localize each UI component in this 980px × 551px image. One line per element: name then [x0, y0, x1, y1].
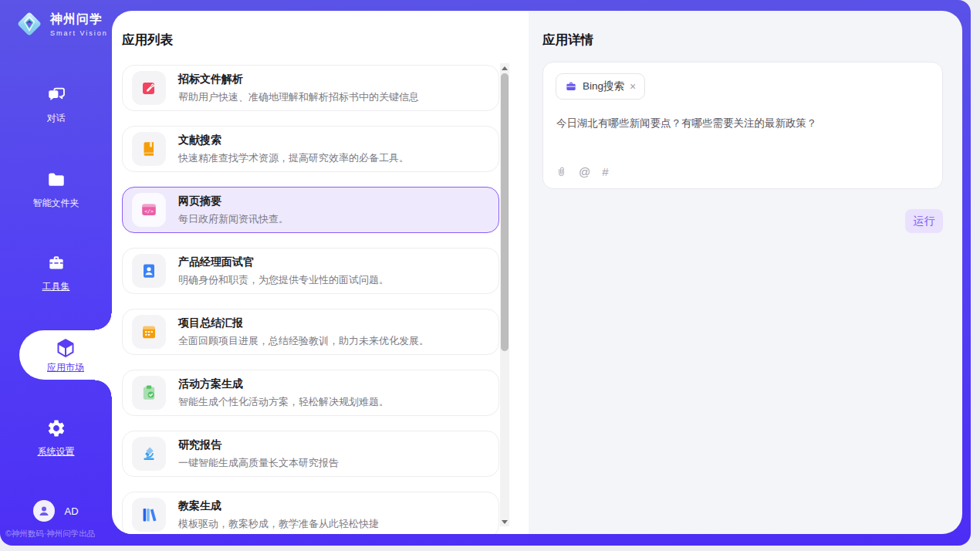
cube-icon	[54, 336, 77, 360]
app-card-title: 产品经理面试官	[178, 255, 389, 269]
app-card-desc: 全面回顾项目进展，总结经验教训，助力未来优化发展。	[178, 334, 429, 348]
scroll-up-icon[interactable]	[500, 63, 509, 73]
app-card[interactable]: 研究报告一键智能生成高质量长文本研究报告	[122, 431, 499, 477]
app-list: 招标文件解析帮助用户快速、准确地理解和解析招标书中的关键信息文献搜索快速精准查找…	[122, 63, 499, 534]
books-icon	[140, 505, 158, 524]
app-card-title: 研究报告	[178, 438, 339, 452]
app-card-desc: 智能生成个性化活动方案，轻松解决规划难题。	[178, 395, 389, 409]
app-icon-tile	[132, 376, 166, 410]
sidebar-item[interactable]: 智能文件夹	[0, 170, 112, 210]
app-card[interactable]: 教案生成模板驱动，教案秒成，教学准备从此轻松快捷	[122, 492, 499, 534]
app-card[interactable]: 产品经理面试官明确身份和职责，为您提供专业性的面试问题。	[122, 248, 499, 294]
app-card-desc: 帮助用户快速、准确地理解和解析招标书中的关键信息	[178, 90, 419, 104]
app-icon-tile: </>	[132, 193, 166, 227]
app-card-desc: 一键智能生成高质量长文本研究报告	[178, 456, 339, 470]
scroll-down-icon[interactable]	[500, 517, 509, 526]
query-text[interactable]: 今日湖北有哪些新闻要点？有哪些需要关注的最新政策？	[556, 117, 930, 130]
app-card-desc: 模板驱动，教案秒成，教学准备从此轻松快捷	[178, 517, 379, 531]
app-icon-tile	[132, 254, 166, 288]
app-window: 神州问学 Smart Vision 对话智能文件夹工具集应用市场系统设置 AD …	[0, 0, 971, 546]
sidebar: 神州问学 Smart Vision 对话智能文件夹工具集应用市场系统设置 AD …	[0, 0, 112, 546]
app-card-desc: 每日政府新闻资讯快查。	[178, 212, 289, 226]
clipboard-check-icon	[140, 384, 158, 402]
briefcase-icon	[565, 80, 577, 93]
svg-text:</>: </>	[144, 208, 154, 215]
query-card: Bing搜索 × 今日湖北有哪些新闻要点？有哪些需要关注的最新政策？ @ #	[542, 62, 943, 189]
user-icon	[37, 504, 51, 518]
folder-icon	[46, 170, 66, 190]
app-card-title: 教案生成	[178, 499, 379, 513]
book-icon	[140, 140, 158, 158]
app-card[interactable]: 项目总结汇报全面回顾项目进展，总结经验教训，助力未来优化发展。	[122, 309, 499, 355]
sidebar-item-label: 应用市场	[47, 361, 84, 374]
sidebar-item-label: 智能文件夹	[0, 197, 112, 210]
browser-code-icon: </>	[140, 201, 158, 219]
app-card-title: 文献搜索	[178, 134, 409, 147]
sidebar-footer: ©神州数码·神州问学出品	[5, 529, 113, 539]
at-icon[interactable]: @	[579, 165, 590, 178]
chat-icon	[46, 85, 66, 105]
brand-logo: 神州问学 Smart Vision	[15, 9, 108, 39]
sidebar-item-label: 对话	[0, 112, 112, 125]
diamond-logo-icon	[15, 9, 44, 39]
app-detail-panel: 应用详情 Bing搜索 × 今日湖北有哪些新闻要点？有哪些需要关注的最新政策？	[529, 11, 962, 534]
sidebar-item-label: 工具集	[0, 280, 112, 293]
brand-name: 神州问学	[50, 12, 108, 28]
scrollbar-track[interactable]	[500, 63, 509, 526]
app-card-title: 网页摘要	[178, 194, 289, 208]
sidebar-item-selected[interactable]: 应用市场	[19, 330, 112, 380]
app-card[interactable]: 招标文件解析帮助用户快速、准确地理解和解析招标书中的关键信息	[122, 65, 499, 111]
main-content: 应用列表 招标文件解析帮助用户快速、准确地理解和解析招标书中的关键信息文献搜索快…	[112, 11, 962, 534]
app-card[interactable]: </>网页摘要每日政府新闻资讯快查。	[122, 187, 499, 233]
run-button[interactable]: 运行	[905, 209, 943, 233]
doc-edit-icon	[140, 79, 158, 97]
app-icon-tile	[132, 437, 166, 471]
app-card-title: 招标文件解析	[178, 73, 419, 86]
app-detail-title: 应用详情	[542, 32, 593, 49]
sidebar-item[interactable]: 对话	[0, 85, 112, 125]
close-icon[interactable]: ×	[630, 81, 636, 92]
pill-bottom-fillet	[95, 380, 112, 397]
sidebar-item-label: 系统设置	[0, 445, 112, 458]
toolbox-icon	[46, 253, 66, 273]
app-icon-tile	[132, 498, 166, 532]
interview-icon	[140, 262, 158, 280]
sidebar-item[interactable]: 系统设置	[0, 418, 112, 458]
user-initials: AD	[64, 505, 78, 517]
brand-subtitle: Smart Vision	[50, 29, 108, 37]
app-icon-tile	[132, 132, 166, 166]
microscope-icon	[140, 445, 158, 463]
user-account[interactable]: AD	[0, 500, 112, 522]
attach-toolbar: @ #	[556, 165, 609, 178]
tool-tag-bing[interactable]: Bing搜索 ×	[556, 73, 645, 100]
calendar-icon	[140, 323, 158, 341]
hash-icon[interactable]: #	[602, 165, 608, 178]
app-icon-tile	[132, 315, 166, 349]
scrollbar-thumb[interactable]	[501, 73, 509, 351]
gear-icon	[46, 418, 66, 438]
app-card-desc: 明确身份和职责，为您提供专业性的面试问题。	[178, 273, 389, 287]
app-card[interactable]: 活动方案生成智能生成个性化活动方案，轻松解决规划难题。	[122, 370, 499, 416]
app-card-title: 项目总结汇报	[178, 316, 429, 330]
paperclip-icon[interactable]	[556, 165, 567, 178]
app-list-title: 应用列表	[122, 32, 173, 49]
app-card[interactable]: 文献搜索快速精准查找学术资源，提高研究效率的必备工具。	[122, 126, 499, 172]
pill-top-fillet	[95, 313, 112, 330]
app-icon-tile	[132, 71, 166, 105]
app-card-desc: 快速精准查找学术资源，提高研究效率的必备工具。	[178, 151, 409, 165]
avatar	[33, 500, 55, 522]
app-list-panel: 应用列表 招标文件解析帮助用户快速、准确地理解和解析招标书中的关键信息文献搜索快…	[112, 11, 529, 534]
app-card-title: 活动方案生成	[178, 377, 389, 391]
sidebar-item[interactable]: 工具集	[0, 253, 112, 293]
tool-tag-label: Bing搜索	[583, 79, 624, 93]
